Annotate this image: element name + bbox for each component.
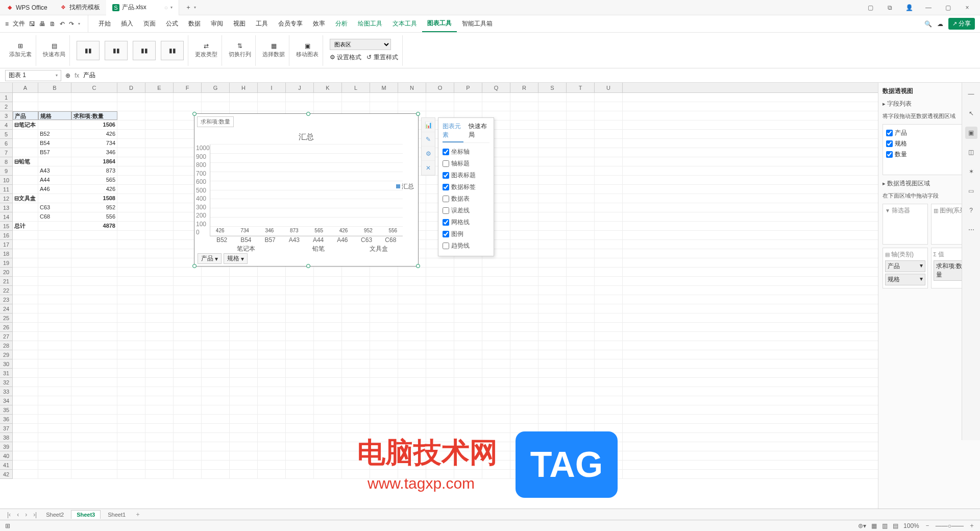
save-icon[interactable]: 🖫 bbox=[29, 20, 35, 28]
rail-help-icon[interactable]: ? bbox=[965, 204, 977, 216]
style-thumb-3[interactable]: ▮▮ bbox=[133, 41, 156, 60]
rail-style-icon[interactable]: ▣ bbox=[965, 127, 977, 139]
row-header[interactable]: 4 bbox=[0, 120, 12, 130]
row-header[interactable]: 8 bbox=[0, 157, 12, 166]
rail-more-icon[interactable]: ⋯ bbox=[965, 224, 977, 236]
add-element-label[interactable]: 添加元素 bbox=[9, 51, 32, 58]
row-header[interactable]: 16 bbox=[0, 231, 12, 240]
axis-drop-area[interactable]: ▤ 轴(类别) 产品▾ 规格▾ bbox=[883, 248, 928, 288]
popup-tab-layout[interactable]: 快速布局 bbox=[469, 122, 489, 142]
tab-data[interactable]: 数据 bbox=[183, 15, 206, 32]
column-header[interactable]: I bbox=[258, 83, 286, 92]
sheet-nav-first[interactable]: |‹ bbox=[5, 511, 13, 518]
row-header[interactable]: 13 bbox=[0, 203, 12, 212]
view-page-icon[interactable]: ▥ bbox=[882, 522, 888, 529]
row-header[interactable]: 22 bbox=[0, 286, 12, 295]
search-icon[interactable]: 🔍 bbox=[924, 20, 932, 28]
template-tab[interactable]: ❖ 找稻壳模板 bbox=[54, 0, 106, 15]
sheet-tab[interactable]: Sheet3 bbox=[71, 510, 101, 519]
rail-effects-icon[interactable]: ✶ bbox=[965, 165, 977, 178]
row-header[interactable]: 39 bbox=[0, 442, 12, 451]
chart-plot-area[interactable]: 10009008007006005004003002001000 4267343… bbox=[210, 144, 403, 236]
formula-input[interactable] bbox=[83, 72, 975, 79]
avatar[interactable]: 👤 bbox=[901, 1, 917, 15]
tab-member[interactable]: 会员专享 bbox=[273, 15, 308, 32]
view-normal-icon[interactable]: ▦ bbox=[871, 522, 877, 529]
filters-drop-area[interactable]: ▼ 筛选器 bbox=[883, 204, 928, 245]
column-header[interactable]: E bbox=[145, 83, 174, 92]
redo-icon[interactable]: ↷ bbox=[69, 20, 74, 28]
switch-rowcol-label[interactable]: 切换行列 bbox=[229, 51, 251, 58]
preview-icon[interactable]: 🗎 bbox=[50, 20, 56, 28]
chart-legend[interactable]: 汇总 bbox=[396, 182, 414, 191]
row-header[interactable]: 38 bbox=[0, 433, 12, 442]
cloud-icon[interactable]: ☁ bbox=[937, 20, 943, 28]
chart-element-toggle[interactable]: 坐标轴 bbox=[443, 146, 489, 158]
chart-field-filter-product[interactable]: 产品▾ bbox=[198, 253, 222, 264]
row-header[interactable]: 33 bbox=[0, 387, 12, 396]
column-header[interactable]: K bbox=[314, 83, 342, 92]
row-header[interactable]: 18 bbox=[0, 249, 12, 258]
chart-element-toggle[interactable]: 图例 bbox=[443, 228, 489, 240]
chart-styles-gallery[interactable]: ▮▮ ▮▮ ▮▮ ▮▮ bbox=[72, 35, 188, 66]
sheet-nav-next[interactable]: › bbox=[23, 511, 29, 518]
row-header[interactable]: 9 bbox=[0, 166, 12, 176]
column-header[interactable]: B bbox=[38, 83, 71, 92]
column-header[interactable]: A bbox=[13, 83, 38, 92]
chart-resize-handle[interactable] bbox=[306, 264, 310, 268]
column-header[interactable]: P bbox=[454, 83, 482, 92]
chart-resize-handle[interactable] bbox=[192, 264, 197, 268]
chart-style-button[interactable]: ✎ bbox=[422, 132, 435, 147]
row-header[interactable]: 12 bbox=[0, 194, 12, 203]
row-header[interactable]: 37 bbox=[0, 424, 12, 433]
name-box[interactable]: 图表 1▾ bbox=[5, 70, 61, 81]
row-header[interactable]: 34 bbox=[0, 396, 12, 405]
quick-layout-icon[interactable]: ▤ bbox=[52, 42, 57, 50]
popup-tab-elements[interactable]: 图表元素 bbox=[443, 122, 463, 142]
row-header[interactable]: 25 bbox=[0, 313, 12, 323]
tab-texttools[interactable]: 文本工具 bbox=[387, 15, 422, 32]
view-dropdown-icon[interactable]: ⊚▾ bbox=[858, 522, 866, 529]
row-header[interactable]: 35 bbox=[0, 405, 12, 415]
chart-resize-handle[interactable] bbox=[416, 112, 420, 116]
column-header[interactable]: R bbox=[510, 83, 538, 92]
fx-icon[interactable]: fx bbox=[75, 72, 79, 79]
chart-element-toggle[interactable]: 轴标题 bbox=[443, 158, 489, 170]
tab-page[interactable]: 页面 bbox=[138, 15, 161, 32]
add-sheet-button[interactable]: ＋ bbox=[133, 510, 143, 519]
column-header[interactable]: O bbox=[426, 83, 454, 92]
change-type-label[interactable]: 更改类型 bbox=[195, 51, 217, 58]
add-element-icon[interactable]: ⊞ bbox=[18, 42, 23, 50]
row-header[interactable]: 30 bbox=[0, 359, 12, 369]
style-thumb-2[interactable]: ▮▮ bbox=[105, 41, 128, 60]
move-chart-label[interactable]: 移动图表 bbox=[296, 51, 318, 58]
row-header[interactable]: 23 bbox=[0, 295, 12, 304]
column-header[interactable]: N bbox=[398, 83, 426, 92]
row-header[interactable]: 36 bbox=[0, 415, 12, 424]
chart-elements-button[interactable]: 📊 bbox=[422, 118, 435, 132]
layout-icon[interactable]: ▢ bbox=[863, 1, 878, 15]
pivot-chart[interactable]: 求和项:数量 汇总 100090080070060050040030020010… bbox=[194, 113, 419, 267]
row-header[interactable]: 24 bbox=[0, 304, 12, 313]
row-header[interactable]: 14 bbox=[0, 212, 12, 222]
switch-rowcol-icon[interactable]: ⇅ bbox=[237, 42, 242, 50]
column-header[interactable]: L bbox=[342, 83, 370, 92]
zoom-in-button[interactable]: ＋ bbox=[969, 521, 975, 530]
minimize-button[interactable]: — bbox=[921, 1, 936, 15]
cursor-icon[interactable]: ↖ bbox=[965, 107, 977, 119]
row-header[interactable]: 28 bbox=[0, 341, 12, 350]
column-header[interactable]: U bbox=[595, 83, 623, 92]
select-all-corner[interactable] bbox=[0, 83, 13, 92]
column-header[interactable]: M bbox=[370, 83, 398, 92]
zoom-slider[interactable]: ——○—— bbox=[936, 522, 964, 529]
chart-field-filter-spec[interactable]: 规格▾ bbox=[224, 253, 248, 264]
move-chart-icon[interactable]: ▣ bbox=[305, 42, 310, 50]
tab-efficiency[interactable]: 效率 bbox=[308, 15, 330, 32]
area-title[interactable]: 数据透视图区域 bbox=[887, 180, 930, 187]
row-header[interactable]: 1 bbox=[0, 93, 12, 102]
change-type-icon[interactable]: ⇄ bbox=[204, 42, 209, 50]
chart-resize-handle[interactable] bbox=[416, 264, 420, 268]
chart-tools-button[interactable]: ✕ bbox=[422, 161, 435, 175]
row-header[interactable]: 20 bbox=[0, 268, 12, 277]
chart-element-select[interactable]: 图表区 bbox=[330, 39, 391, 50]
